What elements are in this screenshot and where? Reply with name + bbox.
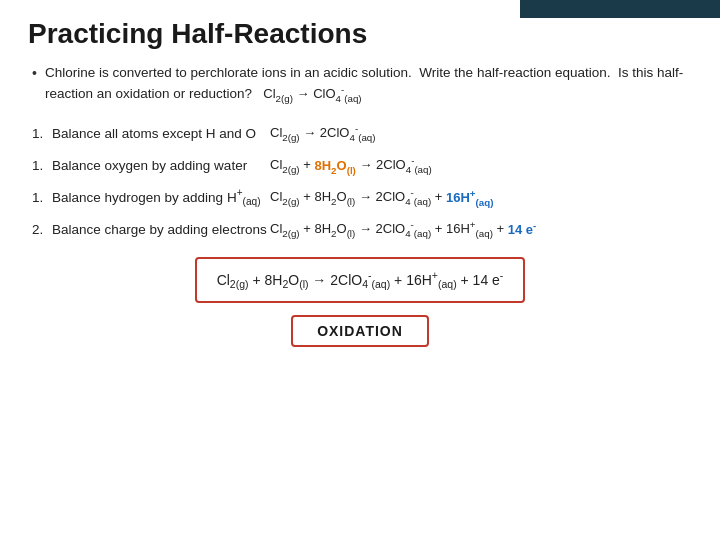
step-row-2: 1. Balance oxygen by adding water Cl2(g)…: [28, 155, 692, 175]
step-4-number: 2.: [32, 222, 52, 237]
main-content: Practicing Half-Reactions • Chlorine is …: [0, 0, 720, 363]
intro-text: Chlorine is converted to perchlorate ion…: [45, 64, 692, 105]
step-row-1: 1. Balance all atoms except H and O Cl2(…: [28, 123, 692, 143]
intro-equation: Cl2(g) → ClO4-(aq): [263, 86, 361, 101]
intro-block: • Chlorine is converted to perchlorate i…: [28, 64, 692, 105]
oxidation-label-box: OXIDATION: [291, 315, 429, 347]
step-row-4: 2. Balance charge by adding electrons Cl…: [28, 219, 692, 239]
oxidation-label: OXIDATION: [317, 323, 403, 339]
step-1-number: 1.: [32, 126, 52, 141]
step-2-number: 1.: [32, 158, 52, 173]
step-4-equation: Cl2(g) + 8H2O(l) → 2ClO4-(aq) + 16H+(aq)…: [270, 219, 536, 239]
step-2-label: Balance oxygen by adding water: [52, 158, 270, 173]
step-3-number: 1.: [32, 190, 52, 205]
top-bar: [520, 0, 720, 18]
step-4-label: Balance charge by adding electrons: [52, 222, 270, 237]
step-1-equation: Cl2(g) → 2ClO4-(aq): [270, 123, 376, 143]
page-title: Practicing Half-Reactions: [28, 18, 692, 50]
summary-box: Cl2(g) + 8H2O(l) → 2ClO4-(aq) + 16H+(aq)…: [195, 257, 526, 302]
step-3-label: Balance hydrogen by adding H+(aq): [52, 187, 270, 207]
bullet-point: •: [32, 65, 37, 81]
step-row-3: 1. Balance hydrogen by adding H+(aq) Cl2…: [28, 187, 692, 207]
step-2-equation: Cl2(g) + 8H2O(l) → 2ClO4-(aq): [270, 155, 432, 175]
step-1-label: Balance all atoms except H and O: [52, 126, 270, 141]
steps-section: 1. Balance all atoms except H and O Cl2(…: [28, 123, 692, 239]
step-3-equation: Cl2(g) + 8H2O(l) → 2ClO4-(aq) + 16H+(aq): [270, 187, 493, 207]
